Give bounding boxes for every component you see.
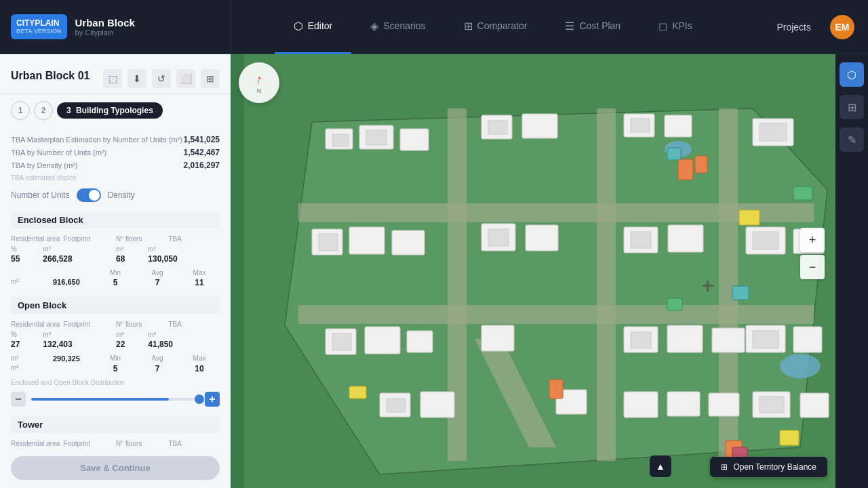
expand-icon-btn[interactable]: ⬜ (176, 69, 195, 88)
download-icon-btn[interactable]: ⬇ (127, 69, 146, 88)
open-empty (53, 364, 94, 373)
toggle-label-left: Number of Units (11, 190, 70, 200)
svg-rect-53 (667, 392, 700, 416)
nav-cost-plan[interactable]: ☰ Cost Plan (546, 0, 639, 54)
open-v3: 22 (116, 340, 146, 349)
enclosed-nf-min: Min (95, 269, 136, 277)
svg-rect-40 (481, 325, 514, 351)
tba-choice-note: TBA estimated choice (11, 174, 220, 182)
open-nf-min: Min (95, 354, 136, 363)
slider-thumb[interactable] (195, 394, 204, 404)
svg-rect-39 (407, 331, 433, 352)
tba-label-1: TBA Masterplan Estimation by Number of U… (11, 136, 182, 144)
toggle-knob (89, 190, 100, 201)
zoom-in-button[interactable]: + (800, 228, 825, 252)
svg-rect-37 (332, 333, 351, 350)
tower-col-tba: TBA (169, 440, 220, 447)
svg-rect-44 (712, 328, 745, 352)
slider-fill (31, 398, 169, 401)
open-h3: m² (116, 331, 146, 338)
toggle-row: Number of Units Density (11, 188, 220, 202)
svg-rect-60 (549, 380, 563, 399)
enclosed-col-fp: Footprint (64, 235, 115, 243)
enclosed-h4: m² (148, 245, 220, 253)
open-m2: m² (11, 354, 52, 363)
header-right: Projects EM (755, 15, 868, 39)
collapse-button[interactable]: ▲ (650, 455, 671, 477)
share-icon-btn[interactable]: ⬚ (103, 69, 122, 88)
nav-editor[interactable]: ⬡ Editor (275, 0, 352, 54)
compass-arrow: ↑ (254, 71, 264, 88)
enclosed-h2: m² (43, 245, 115, 253)
toolbar-grid-button[interactable]: ⊞ (840, 95, 864, 119)
toolbar-edit-button[interactable]: ✎ (840, 127, 864, 152)
toolbar-layers-button[interactable]: ⬡ (840, 62, 864, 87)
svg-rect-49 (387, 399, 406, 412)
svg-rect-29 (526, 225, 558, 251)
svg-rect-66 (780, 430, 799, 445)
enclosed-tba-v: 916,650 (53, 278, 94, 287)
svg-rect-42 (631, 332, 651, 348)
panel-header: Urban Block 01 ⬚ ⬇ ↺ ⬜ ⊞ (0, 54, 231, 94)
svg-rect-26 (392, 230, 425, 255)
grid-icon-btn[interactable]: ⊞ (201, 69, 220, 88)
open-v2: 132,403 (43, 340, 115, 349)
svg-rect-59 (695, 156, 707, 173)
slider-note: Enclosed and Open Block Distribution (11, 379, 220, 386)
slider-row: − + (11, 392, 220, 407)
collapse-icon: ▲ (656, 461, 665, 472)
units-density-toggle[interactable] (77, 188, 101, 202)
svg-rect-70 (667, 148, 681, 160)
editor-icon: ⬡ (294, 20, 303, 33)
open-nf-avg: Avg (137, 354, 178, 363)
kpis-icon: ◻ (658, 20, 667, 33)
zoom-out-button[interactable]: − (800, 255, 825, 279)
slider-plus-button[interactable]: + (205, 392, 220, 407)
nav-kpis[interactable]: ◻ KPIs (639, 0, 711, 54)
nav-scenarios[interactable]: ◈ Scenarios (351, 0, 444, 54)
svg-rect-67 (793, 186, 812, 200)
open-h2: m² (43, 331, 115, 338)
compass-inner: ↑ N (256, 72, 262, 94)
svg-rect-20 (665, 115, 692, 137)
bottom-btn-area: Save & Continue (0, 448, 231, 488)
logo-text: CITYPLAIN (16, 18, 59, 28)
map-area[interactable]: ↑ N + − ⬡ ⊞ ✎ ▲ ⊞ Open Territory Balance (231, 54, 868, 488)
main-area: Urban Block 01 ⬚ ⬇ ↺ ⬜ ⊞ 1 2 3 Building … (0, 54, 868, 488)
scenarios-icon: ◈ (370, 20, 378, 33)
logo-beta: Beta Version (16, 28, 62, 35)
svg-rect-50 (420, 392, 454, 418)
nav-kpis-label: KPIs (672, 20, 692, 31)
compass-n-label: N (256, 87, 262, 94)
svg-rect-16 (488, 121, 507, 134)
open-block-title: Open Block (11, 297, 220, 314)
open-territory-button[interactable]: ⊞ Open Territory Balance (710, 457, 827, 477)
territory-icon: ⊞ (721, 462, 728, 472)
tower-data: Residential area Footprint N° floors TBA… (11, 440, 220, 448)
refresh-icon-btn[interactable]: ↺ (152, 69, 171, 88)
step-3-button[interactable]: 3 Building Typologies (57, 102, 163, 119)
tba-value-3: 2,016,297 (184, 161, 220, 170)
slider-track[interactable] (31, 398, 199, 401)
step-2-button[interactable]: 2 (34, 101, 53, 120)
svg-point-8 (780, 354, 821, 378)
avatar[interactable]: EM (830, 15, 854, 39)
projects-button[interactable]: Projects (768, 18, 819, 37)
nav-cost-plan-label: Cost Plan (579, 20, 620, 31)
svg-rect-46 (753, 331, 778, 348)
svg-rect-63 (739, 210, 760, 225)
open-min-v: 5 (95, 364, 136, 373)
open-block-data: Residential area Footprint N° floors TBA… (11, 321, 220, 373)
save-continue-button[interactable]: Save & Continue (11, 456, 220, 480)
svg-rect-22 (760, 123, 787, 141)
slider-minus-button[interactable]: − (11, 392, 26, 407)
nav-comparator[interactable]: ⊞ Comparator (445, 0, 547, 54)
enclosed-nf-avg: Avg (137, 269, 178, 277)
open-avg-v: 7 (137, 364, 178, 373)
svg-rect-13 (366, 130, 387, 145)
step-1-button[interactable]: 1 (11, 101, 30, 120)
svg-rect-5 (597, 108, 616, 461)
svg-rect-32 (668, 225, 703, 252)
svg-rect-57 (800, 393, 829, 418)
cost-plan-icon: ☰ (565, 20, 574, 33)
